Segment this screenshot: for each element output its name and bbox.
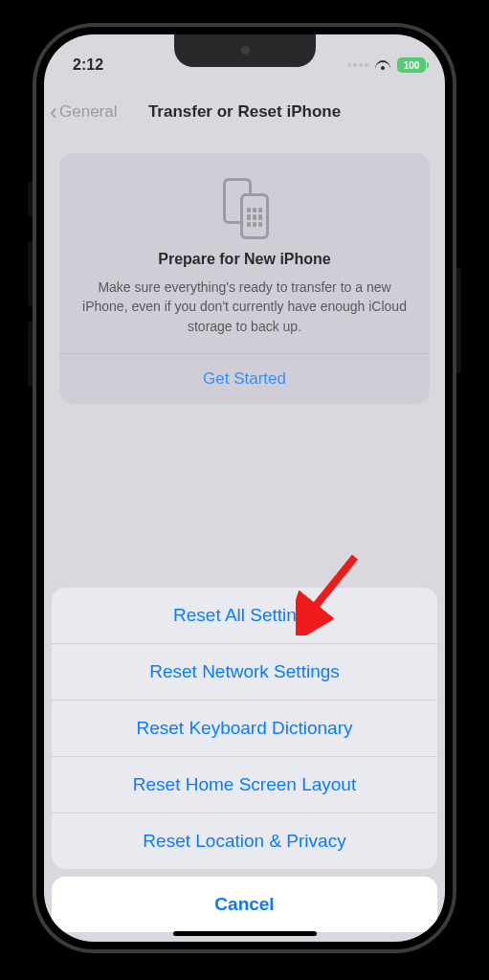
sheet-options: Reset All Settings Reset Network Setting…: [52, 588, 437, 869]
reset-keyboard-dictionary[interactable]: Reset Keyboard Dictionary: [52, 700, 437, 756]
cancel-button[interactable]: Cancel: [52, 877, 437, 932]
reset-location-privacy[interactable]: Reset Location & Privacy: [52, 813, 437, 869]
reset-network-settings[interactable]: Reset Network Settings: [52, 643, 437, 700]
screen: 2:12 100 ‹ General Transfer or Reset iPh…: [44, 34, 445, 942]
phone-frame: 2:12 100 ‹ General Transfer or Reset iPh…: [33, 23, 456, 953]
action-sheet: Reset All Settings Reset Network Setting…: [52, 588, 437, 932]
home-indicator[interactable]: [173, 931, 317, 936]
reset-home-screen-layout[interactable]: Reset Home Screen Layout: [52, 756, 437, 813]
reset-all-settings[interactable]: Reset All Settings: [52, 588, 437, 643]
